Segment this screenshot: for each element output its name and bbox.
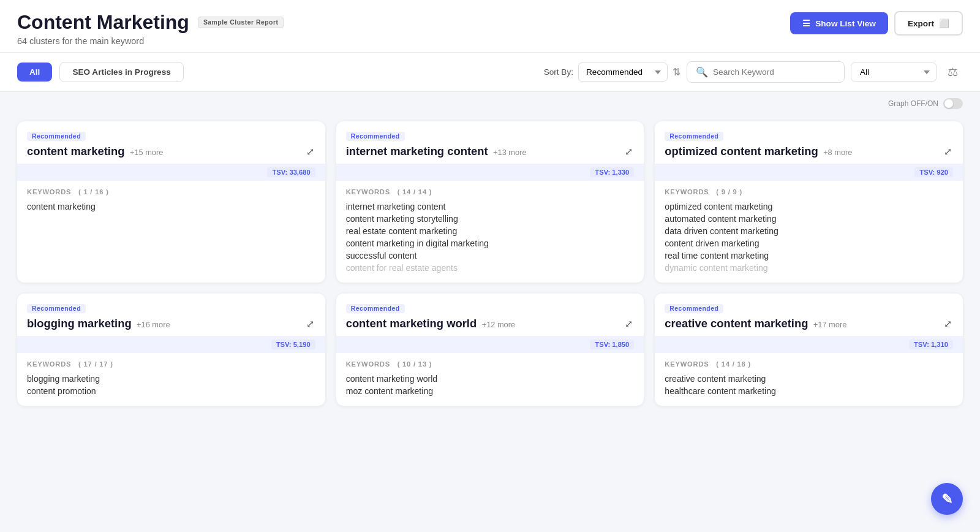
- card-title: content marketing +15 more: [27, 145, 163, 158]
- card-header: Recommended creative content marketing +…: [655, 294, 963, 336]
- recommended-badge: Recommended: [665, 304, 723, 313]
- toolbar-right: Sort By: Recommended TSV High to Low TSV…: [544, 61, 963, 83]
- keyword-card: Recommended content marketing world +12 …: [336, 294, 644, 406]
- card-header: Recommended content marketing +15 more ⤢: [17, 121, 325, 164]
- filter-icon: ⚖: [948, 66, 958, 78]
- keywords-label: KEYWORDS ( 14 / 18 ): [665, 360, 953, 368]
- keywords-label: KEYWORDS ( 9 / 9 ): [665, 188, 953, 196]
- tsv-bar: TSV: 33,680: [17, 164, 325, 181]
- filter-icon-button[interactable]: ⚖: [943, 63, 963, 82]
- card-body: KEYWORDS ( 1 / 16 ) content marketing: [17, 181, 325, 221]
- keyword-item: content for real estate agents: [346, 262, 635, 274]
- tsv-bar: TSV: 1,850: [336, 336, 644, 353]
- keyword-item: data driven content marketing: [665, 225, 953, 237]
- keyword-item: dynamic content marketing: [665, 262, 953, 274]
- export-button[interactable]: Export ⬜: [894, 11, 963, 36]
- card-body: KEYWORDS ( 14 / 18 ) creative content ma…: [655, 353, 963, 406]
- filter-select[interactable]: All Recommended Not Recommended: [851, 63, 937, 82]
- keyword-item: real time content marketing: [665, 249, 953, 262]
- sort-label: Sort By:: [544, 67, 573, 77]
- card-title-row: creative content marketing +17 more ⤢: [665, 317, 953, 331]
- tsv-bar: TSV: 1,310: [655, 336, 963, 353]
- card-title: blogging marketing +16 more: [27, 317, 170, 330]
- recommended-badge: Recommended: [346, 304, 405, 313]
- sort-select[interactable]: Recommended TSV High to Low TSV Low to H…: [578, 63, 668, 82]
- cards-grid: Recommended content marketing +15 more ⤢…: [0, 112, 980, 423]
- keyword-card: Recommended blogging marketing +16 more …: [17, 294, 325, 406]
- keywords-label: KEYWORDS ( 10 / 13 ): [346, 360, 635, 368]
- keyword-item: healthcare content marketing: [665, 385, 953, 397]
- keyword-item: content promotion: [27, 385, 315, 397]
- card-title: internet marketing content +13 more: [346, 145, 527, 158]
- page-title: Content Marketing: [17, 11, 189, 34]
- expand-button[interactable]: ⤢: [305, 317, 315, 331]
- keyword-item: content marketing storytelling: [346, 213, 635, 225]
- keyword-card: Recommended internet marketing content +…: [336, 121, 644, 283]
- tsv-bar: TSV: 920: [655, 164, 963, 181]
- keyword-item: creative content marketing: [665, 373, 953, 385]
- graph-toggle-switch[interactable]: [943, 98, 963, 109]
- recommended-badge: Recommended: [27, 304, 86, 313]
- expand-button[interactable]: ⤢: [624, 145, 634, 159]
- card-title: content marketing world +12 more: [346, 317, 515, 330]
- keywords-label: KEYWORDS ( 1 / 16 ): [27, 188, 315, 196]
- keyword-item: content marketing world: [346, 373, 635, 385]
- graph-toggle-label: Graph OFF/ON: [888, 99, 938, 108]
- header-left: Content Marketing Sample Cluster Report …: [17, 11, 284, 46]
- recommended-badge: Recommended: [665, 132, 723, 141]
- card-title: optimized content marketing +8 more: [665, 145, 852, 158]
- keyword-item: optimized content marketing: [665, 200, 953, 213]
- tab-seo-articles[interactable]: SEO Articles in Progress: [59, 62, 183, 82]
- keyword-item: blogging marketing: [27, 373, 315, 385]
- card-title-row: blogging marketing +16 more ⤢: [27, 317, 315, 331]
- expand-button[interactable]: ⤢: [624, 317, 634, 331]
- card-title-row: optimized content marketing +8 more ⤢: [665, 145, 953, 159]
- tsv-bar: TSV: 5,190: [17, 336, 325, 353]
- card-header: Recommended optimized content marketing …: [655, 121, 963, 164]
- sort-order-icon: ⇅: [673, 66, 680, 78]
- card-title-row: internet marketing content +13 more ⤢: [346, 145, 635, 159]
- search-icon: 🔍: [696, 66, 708, 78]
- card-body: KEYWORDS ( 10 / 13 ) content marketing w…: [336, 353, 644, 406]
- keyword-card: Recommended optimized content marketing …: [655, 121, 963, 283]
- recommended-badge: Recommended: [346, 132, 405, 141]
- expand-button[interactable]: ⤢: [943, 145, 953, 159]
- search-input[interactable]: [713, 67, 835, 77]
- list-icon: ☰: [802, 18, 810, 28]
- keyword-item: content driven marketing: [665, 237, 953, 249]
- keyword-card: Recommended content marketing +15 more ⤢…: [17, 121, 325, 283]
- keyword-item: moz content marketing: [346, 385, 635, 397]
- tsv-badge: TSV: 1,310: [909, 340, 953, 349]
- card-header: Recommended content marketing world +12 …: [336, 294, 644, 336]
- keyword-item: content marketing in digital marketing: [346, 237, 635, 249]
- keywords-label: KEYWORDS ( 17 / 17 ): [27, 360, 315, 368]
- page-header: Content Marketing Sample Cluster Report …: [0, 0, 980, 53]
- card-header: Recommended blogging marketing +16 more …: [17, 294, 325, 336]
- show-list-view-button[interactable]: ☰ Show List View: [790, 12, 888, 34]
- expand-button[interactable]: ⤢: [305, 145, 315, 159]
- card-body: KEYWORDS ( 9 / 9 ) optimized content mar…: [655, 181, 963, 283]
- card-body: KEYWORDS ( 17 / 17 ) blogging marketingc…: [17, 353, 325, 406]
- tsv-badge: TSV: 1,850: [590, 340, 634, 349]
- graph-toggle-row: Graph OFF/ON: [0, 92, 980, 112]
- header-subtitle: 64 clusters for the main keyword: [17, 36, 284, 46]
- card-title-row: content marketing world +12 more ⤢: [346, 317, 635, 331]
- tsv-badge: TSV: 1,330: [590, 167, 634, 177]
- export-icon: ⬜: [939, 18, 949, 28]
- sort-section: Sort By: Recommended TSV High to Low TSV…: [544, 63, 680, 82]
- tsv-badge: TSV: 33,680: [267, 167, 315, 177]
- card-body: KEYWORDS ( 14 / 14 ) internet marketing …: [336, 181, 644, 283]
- keyword-item: internet marketing content: [346, 200, 635, 213]
- page-title-row: Content Marketing Sample Cluster Report: [17, 11, 284, 34]
- keyword-item: real estate content marketing: [346, 225, 635, 237]
- keywords-label: KEYWORDS ( 14 / 14 ): [346, 188, 635, 196]
- search-box: 🔍: [687, 61, 845, 83]
- keyword-item: successful content: [346, 249, 635, 262]
- keyword-card: Recommended creative content marketing +…: [655, 294, 963, 406]
- tsv-badge: TSV: 920: [914, 167, 953, 177]
- tsv-bar: TSV: 1,330: [336, 164, 644, 181]
- tab-all[interactable]: All: [17, 63, 52, 82]
- card-title-row: content marketing +15 more ⤢: [27, 145, 315, 159]
- expand-button[interactable]: ⤢: [943, 317, 953, 331]
- header-actions: ☰ Show List View Export ⬜: [790, 11, 963, 36]
